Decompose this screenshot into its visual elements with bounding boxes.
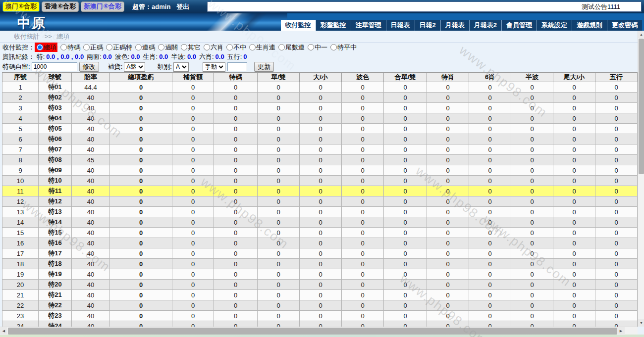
scroll-down-icon[interactable]: ▼ [638,319,644,327]
profit-cell[interactable]: 0 [110,93,172,103]
nav-tab-10[interactable]: 遊戲規則 [572,20,607,31]
value-cell: 0 [427,124,469,134]
profit-cell[interactable]: 0 [110,134,172,144]
value-cell: 0 [427,300,469,311]
profit-cell[interactable]: 0 [110,248,172,259]
horizontal-scrollbar[interactable]: ◀ ▶ [0,327,638,335]
logout-link[interactable]: 登出 [176,2,189,11]
filter-radio-3[interactable] [83,44,90,50]
nav-tab-1[interactable]: 收付監控 [281,20,316,31]
scroll-right-icon[interactable]: ▶ [617,327,625,335]
nav-tab-4[interactable]: 日報表 [386,20,415,31]
filter-radio-5[interactable] [135,44,142,50]
filter-radio-7[interactable] [181,44,187,50]
filter-option-3[interactable]: 正碼 [81,43,103,52]
horizontal-scroll-thumb[interactable] [8,328,617,335]
profit-cell[interactable]: 0 [110,165,172,176]
profit-cell[interactable]: 0 [110,238,172,248]
filter-radio-1[interactable] [37,44,43,50]
odds-cell: 40 [72,186,110,196]
profit-cell[interactable]: 0 [110,82,172,93]
filter-radio-9[interactable] [226,44,233,50]
profit-cell[interactable]: 0 [110,113,172,124]
value-cell: 0 [300,259,342,269]
nav-tab-11[interactable]: 更改密碼 [607,20,642,31]
category-label: 類別: [157,62,172,71]
value-cell: 0 [511,124,553,134]
update-button[interactable]: 更新 [254,62,274,72]
nav-tab-5[interactable]: 日報2 [415,20,440,31]
profit-cell[interactable]: 0 [110,259,172,269]
filter-option-13[interactable]: 特平中 [328,43,357,52]
filter-option-10[interactable]: 生肖連 [247,43,275,52]
profit-cell[interactable]: 0 [110,321,172,327]
profit-cell[interactable]: 0 [110,186,172,196]
filter-radio-11[interactable] [278,44,285,50]
modify-button[interactable]: 修改 [79,62,99,72]
value-cell: 0 [258,248,300,259]
info-item-7: 五行:0 [227,53,247,60]
nav-tab-2[interactable]: 彩盤監控 [316,20,351,31]
profit-cell[interactable]: 0 [110,269,172,280]
manual-input[interactable] [227,62,247,71]
filter-radio-12[interactable] [308,44,314,50]
profit-cell[interactable]: 0 [110,207,172,217]
filter-option-12[interactable]: 中一 [306,43,327,52]
profit-cell[interactable]: 0 [110,290,172,300]
retain-input[interactable] [32,62,77,71]
filter-radio-10[interactable] [249,44,256,50]
filter-option-4[interactable]: 正碼特 [104,43,132,52]
filter-option-7[interactable]: 其它 [179,43,201,52]
nav-tab-7[interactable]: 月報表2 [469,20,501,31]
filter-option-8[interactable]: 六肖 [202,43,223,52]
value-cell: 0 [511,300,553,311]
category-select[interactable]: A [173,62,189,72]
profit-cell[interactable]: 0 [110,176,172,186]
odds-cell: 40 [72,290,110,300]
nav-tab-9[interactable]: 系統設定 [537,20,572,31]
breadcrumb-section[interactable]: 收付統計 [14,33,40,40]
profit-cell[interactable]: 0 [110,228,172,238]
seq-cell: 20 [2,280,39,290]
filter-option-9[interactable]: 不中 [224,43,246,52]
info-item-4: 生肖:0.0 [143,53,168,60]
mode-select[interactable]: 手動 [203,62,225,72]
vertical-scroll-thumb[interactable] [639,39,644,174]
scroll-up-icon[interactable]: ▲ [638,31,644,38]
odds-cell: 40 [72,176,110,186]
profit-cell[interactable]: 0 [110,155,172,165]
lottery-tab-2[interactable]: 香港⑥合彩 [42,1,79,12]
filter-radio-13[interactable] [330,44,337,50]
vertical-scrollbar[interactable]: ▲ ▼ [638,31,644,327]
profit-cell[interactable]: 0 [110,280,172,290]
value-cell: 0 [214,144,258,155]
filter-option-2[interactable]: 特碼 [58,43,80,52]
profit-cell[interactable]: 0 [110,103,172,113]
nav-tab-6[interactable]: 月報表 [440,20,469,31]
scroll-left-icon[interactable]: ◀ [0,327,7,335]
filter-option-6[interactable]: 過關 [156,43,178,52]
lottery-tab-1[interactable]: 澳门⑥合彩 [2,1,40,12]
filter-radio-2[interactable] [60,44,67,50]
nav-tab-8[interactable]: 會員管理 [501,20,537,31]
profit-cell[interactable]: 0 [110,144,172,155]
buhuo-select[interactable]: A盤 [124,62,145,72]
value-cell: 0 [553,321,595,327]
lottery-tab-3[interactable]: 新澳门⑥合彩 [81,1,124,12]
value-cell: 0 [595,196,638,207]
filter-option-11[interactable]: 尾數連 [276,43,305,52]
value-cell: 0 [384,238,427,248]
filter-option-5[interactable]: 連碼 [133,43,155,52]
value-cell: 0 [595,134,638,144]
filter-radio-4[interactable] [106,44,112,50]
profit-cell[interactable]: 0 [110,300,172,311]
profit-cell[interactable]: 0 [110,217,172,228]
value-cell: 0 [553,176,595,186]
profit-cell[interactable]: 0 [110,124,172,134]
filter-radio-6[interactable] [158,44,164,50]
profit-cell[interactable]: 0 [110,196,172,207]
filter-option-1[interactable]: 總項 [35,43,57,52]
nav-tab-3[interactable]: 注單管理 [351,20,386,31]
filter-radio-8[interactable] [204,44,210,50]
profit-cell[interactable]: 0 [110,311,172,321]
